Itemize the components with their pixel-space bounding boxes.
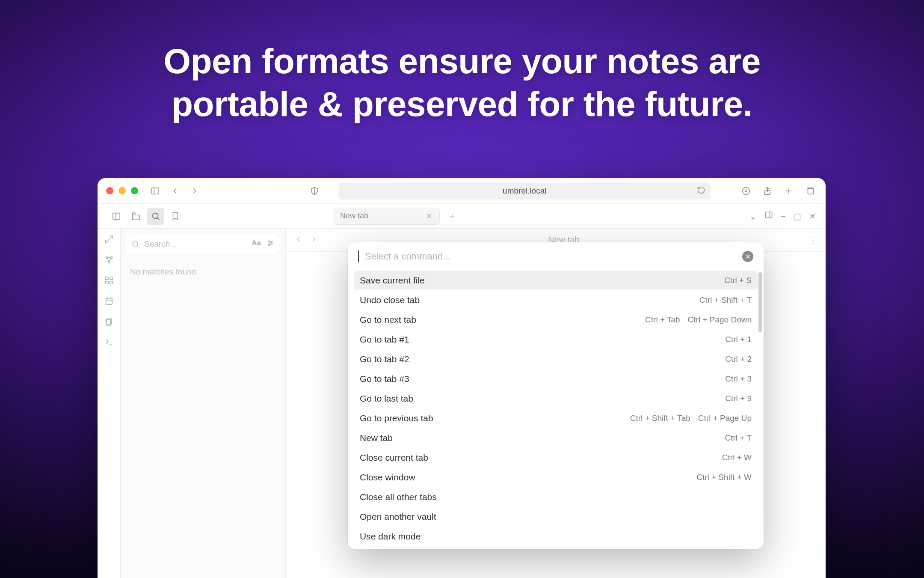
app-toolbar-right: ⌄ – ▢ ✕	[749, 211, 826, 221]
command-palette: ✕ Save current fileCtrl + SUndo close ta…	[348, 242, 764, 549]
templates-icon[interactable]	[104, 317, 114, 328]
shield-icon[interactable]	[308, 184, 321, 198]
svg-rect-17	[105, 277, 108, 280]
command-shortcuts: Ctrl + 2	[725, 355, 752, 364]
shortcut-key: Ctrl + 2	[725, 355, 752, 364]
command-item[interactable]: Use dark mode	[354, 527, 758, 546]
svg-rect-21	[106, 298, 112, 305]
palette-input[interactable]	[365, 251, 736, 262]
command-prompt-icon[interactable]	[104, 337, 114, 349]
url-bar[interactable]: umbrel.local	[338, 182, 711, 200]
palette-close-icon[interactable]: ✕	[742, 251, 753, 262]
window-close-button[interactable]: ✕	[809, 211, 816, 221]
command-item[interactable]: Close all other tabs	[354, 487, 758, 507]
files-icon[interactable]	[127, 208, 145, 225]
command-item[interactable]: Go to last tabCtrl + 9	[354, 389, 758, 408]
sidebar-search-input[interactable]	[144, 239, 247, 249]
sidebar-search[interactable]: Aa	[126, 234, 280, 254]
daily-note-icon[interactable]	[104, 296, 114, 307]
command-shortcuts: Ctrl + Shift + TabCtrl + Page Up	[630, 414, 752, 423]
tab[interactable]: New tab ✕	[333, 208, 440, 225]
text-caret	[358, 250, 359, 262]
search-settings-icon[interactable]	[266, 239, 275, 249]
tab-close-icon[interactable]: ✕	[426, 212, 432, 221]
command-item[interactable]: Go to next tabCtrl + TabCtrl + Page Down	[354, 310, 758, 330]
svg-rect-20	[110, 281, 112, 284]
nav-back-icon[interactable]	[294, 235, 303, 245]
command-label: Go to tab #1	[360, 334, 409, 345]
window-minimize-dot[interactable]	[118, 187, 126, 194]
window-close-dot[interactable]	[106, 187, 113, 194]
svg-point-14	[106, 256, 108, 259]
shortcut-key: Ctrl + Tab	[645, 315, 680, 325]
command-shortcuts: Ctrl + TabCtrl + Page Down	[645, 315, 752, 325]
command-label: Go to last tab	[360, 393, 413, 404]
canvas-icon[interactable]	[104, 276, 114, 287]
left-rail	[98, 229, 121, 578]
command-label: Save current file	[360, 275, 425, 286]
new-tab-plus-icon[interactable]	[782, 184, 796, 198]
window-zoom-dot[interactable]	[131, 187, 138, 194]
palette-search-row[interactable]: ✕	[348, 242, 764, 271]
command-shortcuts: Ctrl + T	[725, 433, 752, 443]
svg-rect-18	[110, 277, 112, 280]
browser-window: umbrel.local	[98, 178, 826, 578]
svg-point-33	[269, 241, 270, 242]
reload-icon[interactable]	[697, 186, 705, 196]
svg-line-29	[137, 246, 139, 247]
marketing-headline: Open formats ensure your notes are porta…	[0, 40, 924, 125]
window-maximize-button[interactable]: ▢	[793, 211, 801, 221]
command-item[interactable]: Close current tabCtrl + W	[354, 448, 758, 468]
command-label: Go to tab #2	[360, 354, 409, 364]
command-item[interactable]: Close windowCtrl + Shift + W	[354, 468, 758, 487]
content-pane: New tab ⋮ ✕ Save current fileCtrl + SUnd…	[286, 229, 826, 578]
left-panel-toggle-icon[interactable]	[108, 208, 125, 225]
tabs-overview-icon[interactable]	[803, 184, 817, 198]
shortcut-key: Ctrl + 9	[725, 394, 752, 403]
svg-line-11	[157, 218, 159, 220]
quick-switcher-icon[interactable]	[104, 235, 114, 246]
shortcut-key: Ctrl + Page Up	[698, 414, 752, 423]
svg-rect-0	[152, 188, 159, 194]
more-actions-icon[interactable]: ⋮	[809, 235, 817, 245]
palette-list[interactable]: Save current fileCtrl + SUndo close tabC…	[348, 271, 764, 549]
command-item[interactable]: Go to tab #3Ctrl + 3	[354, 369, 758, 389]
svg-point-34	[271, 242, 272, 244]
downloads-icon[interactable]	[739, 184, 753, 198]
back-button[interactable]	[168, 184, 182, 198]
bookmark-icon[interactable]	[167, 208, 184, 225]
svg-rect-19	[105, 281, 108, 284]
command-shortcuts: Ctrl + W	[722, 453, 752, 462]
app-toolbar-left	[98, 208, 184, 225]
shortcut-key: Ctrl + S	[724, 276, 752, 285]
search-tab-icon[interactable]	[147, 208, 164, 225]
scrollbar-thumb[interactable]	[758, 272, 762, 332]
command-item[interactable]: New tabCtrl + T	[354, 428, 758, 448]
nav-forward-icon[interactable]	[310, 235, 318, 245]
window-minimize-button[interactable]: –	[781, 211, 785, 221]
new-tab-button[interactable]: +	[445, 211, 459, 222]
browser-chrome: umbrel.local	[98, 178, 826, 204]
shortcut-key: Ctrl + Shift + Tab	[630, 414, 690, 423]
svg-point-28	[133, 241, 138, 246]
forward-button[interactable]	[188, 184, 201, 198]
traffic-lights	[106, 187, 138, 194]
command-label: Undo close tab	[360, 295, 420, 305]
graph-icon[interactable]	[104, 255, 114, 266]
command-item[interactable]: Undo close tabCtrl + Shift + T	[354, 290, 758, 310]
command-item[interactable]: Go to previous tabCtrl + Shift + TabCtrl…	[354, 408, 758, 428]
command-item[interactable]: Open another vault	[354, 507, 758, 527]
right-panel-toggle-icon[interactable]	[764, 211, 773, 221]
shortcut-key: Ctrl + Page Down	[688, 315, 752, 325]
command-item[interactable]: Go to tab #1Ctrl + 1	[354, 330, 758, 349]
app-body: Aa No matches found. New tab ⋮	[98, 229, 826, 578]
chevron-down-icon[interactable]: ⌄	[749, 211, 757, 221]
command-item[interactable]: Save current fileCtrl + S	[354, 271, 758, 290]
share-icon[interactable]	[761, 184, 774, 198]
command-label: Go to previous tab	[360, 413, 433, 423]
command-item[interactable]: Go to tab #2Ctrl + 2	[354, 349, 758, 369]
command-shortcuts: Ctrl + 3	[725, 374, 752, 384]
match-case-icon[interactable]: Aa	[252, 239, 261, 249]
sidebar-toggle-button[interactable]	[148, 184, 162, 198]
command-shortcuts: Ctrl + Shift + W	[696, 473, 752, 482]
